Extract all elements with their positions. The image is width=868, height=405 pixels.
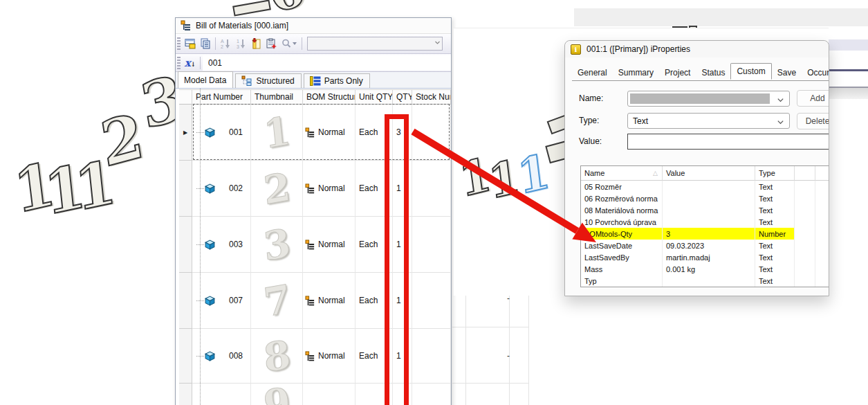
unit-qty-cell[interactable]: Each — [355, 161, 393, 217]
property-row[interactable]: 06 Rozměrová norma Text — [581, 192, 829, 204]
property-name[interactable]: Mass — [581, 263, 663, 275]
property-type[interactable]: Text — [755, 181, 795, 192]
part-number-cell[interactable]: 001 — [192, 105, 251, 161]
unit-qty-cell[interactable] — [355, 384, 393, 405]
property-row[interactable]: 08 Materiálová norma Text — [581, 204, 829, 216]
add-button[interactable]: Add — [797, 90, 829, 107]
property-value[interactable] — [663, 204, 755, 216]
column-header[interactable]: QTY — [393, 89, 412, 105]
bom-structure-cell[interactable] — [303, 384, 355, 405]
qty-cell[interactable]: 1 — [393, 273, 412, 329]
iprops-tab-status[interactable]: Status — [696, 65, 730, 80]
column-header[interactable]: Part Number — [192, 89, 251, 105]
bom-structure-cell[interactable]: Normal — [303, 329, 355, 384]
stock-number-cell[interactable] — [412, 161, 451, 217]
property-type[interactable]: Text — [755, 251, 795, 263]
stock-number-cell[interactable] — [412, 105, 451, 161]
bom-structure-cell[interactable]: Normal — [303, 217, 355, 273]
stock-number-cell[interactable] — [412, 273, 451, 329]
property-name[interactable]: 05 Rozměr — [581, 181, 663, 192]
thumbnail-cell[interactable]: 8 — [251, 329, 303, 384]
qty-cell[interactable]: 1 — [393, 161, 412, 217]
iprops-tab-custom[interactable]: Custom — [730, 63, 771, 80]
property-type[interactable]: Text — [755, 240, 795, 251]
part-number-cell[interactable]: 003 — [192, 217, 251, 273]
column-header[interactable]: Thumbnail — [251, 89, 303, 105]
iprops-tab-occurrence[interactable]: Occurrence — [802, 65, 829, 80]
row-selector[interactable] — [179, 217, 192, 273]
property-type[interactable]: Text — [755, 204, 795, 216]
property-row[interactable]: LastSavedBy martin.madaj Text — [581, 251, 829, 263]
name-combobox[interactable] — [627, 91, 790, 107]
part-number-cell[interactable] — [192, 384, 251, 405]
bom-structure-cell[interactable]: Normal — [303, 273, 355, 329]
property-value[interactable] — [663, 216, 755, 228]
thumbnail-cell[interactable]: 3 — [251, 217, 303, 273]
property-type[interactable]: Text — [755, 192, 795, 204]
qty-cell[interactable]: 3 — [393, 105, 412, 161]
property-name[interactable]: LastSavedBy — [581, 251, 663, 263]
table-row[interactable]: 007 7 Normal Each 1 — [179, 273, 451, 329]
stock-number-cell[interactable] — [412, 329, 451, 384]
property-name[interactable]: 06 Rozměrová norma — [581, 192, 663, 204]
unit-qty-cell[interactable]: Each — [355, 105, 393, 161]
property-row[interactable]: Typ Text — [581, 275, 829, 287]
column-header[interactable] — [179, 89, 192, 105]
iprops-tab-project[interactable]: Project — [659, 65, 696, 80]
property-value[interactable] — [663, 181, 755, 192]
property-name[interactable]: 08 Materiálová norma — [581, 204, 663, 216]
property-type[interactable]: Text — [755, 216, 795, 228]
property-name[interactable]: Typ — [581, 275, 663, 287]
bom-view-combobox[interactable] — [307, 37, 443, 51]
part-number-cell[interactable]: 002 — [192, 161, 251, 217]
type-combobox[interactable]: Text — [627, 113, 790, 129]
thumbnail-cell[interactable]: 2 — [251, 161, 303, 217]
property-name[interactable]: 10 Povrchová úprava — [581, 216, 663, 228]
part-number-cell[interactable]: 008 — [192, 329, 251, 384]
toolbar-grip[interactable] — [177, 37, 181, 50]
column-header[interactable]: Unit QTY — [355, 89, 393, 105]
property-type[interactable]: Text — [755, 275, 795, 287]
iprops-titlebar[interactable]: i 001:1 ([Primary]) iProperties — [565, 41, 829, 57]
iprops-tab-general[interactable]: General — [572, 65, 613, 80]
property-value[interactable] — [663, 275, 755, 287]
table-row[interactable]: 003 3 Normal Each 1 — [179, 217, 451, 273]
thumbnail-cell[interactable]: 7 — [251, 273, 303, 329]
row-selector[interactable] — [179, 329, 192, 384]
property-row[interactable]: Mass 0.001 kg Text — [581, 263, 829, 275]
iprops-tab-save[interactable]: Save — [772, 65, 802, 80]
toolbar-grip[interactable] — [177, 57, 181, 69]
property-value[interactable]: 0.001 kg — [663, 263, 755, 275]
property-name[interactable]: LastSaveDate — [581, 240, 663, 251]
stock-number-cell[interactable] — [412, 217, 451, 273]
table-row[interactable]: ▶ 001 1 Normal Each 3 — [179, 105, 451, 161]
search-icon[interactable] — [279, 36, 299, 51]
sort-numeric-icon[interactable]: 13 — [233, 36, 248, 51]
bom-structure-cell[interactable]: Normal — [303, 105, 355, 161]
expression-icon[interactable]: x↓ — [183, 55, 198, 71]
iprops-tab-summary[interactable]: Summary — [613, 65, 659, 80]
row-selector[interactable] — [179, 161, 192, 217]
tab-structured[interactable]: Structured — [235, 73, 301, 88]
property-name[interactable]: BOMtools-Qty — [581, 228, 663, 240]
property-row[interactable]: 10 Povrchová úprava Text — [581, 216, 829, 228]
bom-titlebar[interactable]: Bill of Materials [000.iam] — [176, 18, 451, 34]
column-header[interactable]: Stock Numb — [412, 89, 451, 105]
qty-cell[interactable]: 1 — [393, 217, 412, 273]
property-row[interactable]: 05 Rozměr Text — [581, 181, 829, 192]
row-selector[interactable]: ▶ — [179, 105, 192, 161]
column-header[interactable]: BOM Structure — [303, 89, 355, 105]
unit-qty-cell[interactable]: Each — [355, 217, 393, 273]
property-value[interactable] — [663, 192, 755, 204]
part-number-merge-icon[interactable] — [264, 36, 279, 51]
stock-number-cell[interactable] — [412, 384, 451, 405]
row-selector[interactable] — [179, 273, 192, 329]
property-value[interactable]: martin.madaj — [663, 251, 755, 263]
qty-cell[interactable]: 1 — [393, 329, 412, 384]
tab-parts-only[interactable]: Parts Only — [304, 73, 370, 88]
property-value[interactable]: 3 — [663, 228, 755, 240]
copy-icon[interactable] — [198, 36, 213, 51]
value-input[interactable] — [627, 134, 829, 150]
bom-structure-cell[interactable]: Normal — [303, 161, 355, 217]
unit-qty-cell[interactable]: Each — [355, 273, 393, 329]
